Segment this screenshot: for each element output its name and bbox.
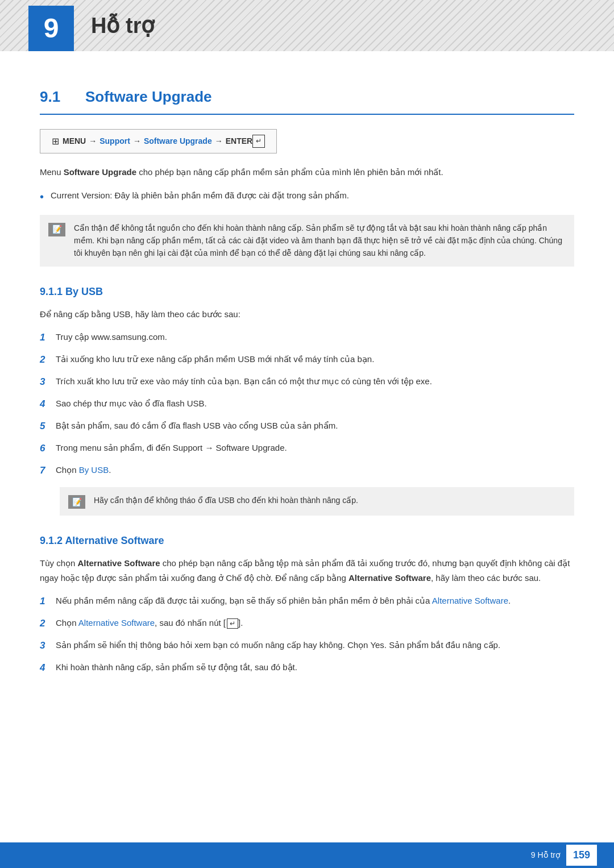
alt-step-3-text: Sản phẩm sẽ hiển thị thông báo hỏi xem b… [56,638,500,653]
arrow-1: → [89,135,97,147]
note-box-2-wrapper: Hãy cẩn thận để không tháo ổ đĩa USB cho… [60,487,574,516]
bullet-list: Current Version: Đây là phiên bản phần m… [40,188,574,206]
enter-label: ENTER [226,135,252,147]
alt-step-3: 3 Sản phẩm sẽ hiển thị thông báo hỏi xem… [40,638,574,654]
current-version-label: Current Version [51,188,110,203]
footer-page: 159 [566,845,597,866]
alt-step-4: 4 Khi hoàn thành nâng cấp, sản phẩm sẽ t… [40,660,574,676]
arrow-2: → [133,135,141,147]
usb-step-1-text: Truy cập www.samsung.com. [56,330,167,344]
intro-text: Menu Software Upgrade Menu Software Upgr… [40,165,574,180]
note-icon-1 [48,223,65,236]
menu-label: MENU [63,135,86,147]
menu-icon: ⊞ [52,134,59,149]
usb-step-2: 2 Tải xuống kho lưu trữ exe nâng cấp phầ… [40,352,574,368]
alt-step-2-text: Chọn Alternative Software, sau đó nhấn n… [56,616,243,630]
menu-path-box: ⊞ MENU → Support → Software Upgrade → EN… [40,129,277,154]
note-text-2: Hãy cẩn thận để không tháo ổ đĩa USB cho… [94,494,358,506]
chapter-number: 9 [44,7,59,51]
subsection-2-heading: 9.1.2 Alternative Software [40,533,574,549]
software-upgrade-bold: Software Upgrade [64,167,136,177]
section-title: Software Upgrade [85,85,212,109]
alt-steps-list: 1 Nếu phần mềm nâng cấp đã được tải xuốn… [40,593,574,676]
main-content: 9.1 Software Upgrade ⊞ MENU → Support → … [0,51,614,730]
usb-step-5: 5 Bật sản phẩm, sau đó cắm ổ đĩa flash U… [40,418,574,435]
usb-step-4: 4 Sao chép thư mục vào ổ đĩa flash USB. [40,396,574,413]
usb-steps-list: 1 Truy cập www.samsung.com. 2 Tải xuống … [40,330,574,479]
footer: 9 Hỗ trợ 159 [0,842,614,868]
chapter-title: Hỗ trợ [91,9,154,43]
usb-step-4-text: Sao chép thư mục vào ổ đĩa flash USB. [56,396,207,411]
bullet-item: Current Version: Đây là phiên bản phần m… [40,188,574,206]
usb-intro: Để nâng cấp bằng USB, hãy làm theo các b… [40,307,574,322]
chapter-badge: 9 [28,6,74,51]
software-upgrade-label: Software Upgrade [144,135,212,147]
usb-step-3: 3 Trích xuất kho lưu trữ exe vào máy tín… [40,374,574,391]
footer-label: 9 Hỗ trợ [531,849,561,861]
support-label: Support [99,135,130,147]
subsection-2-title: Alternative Software [65,535,164,546]
enter-icon: ↵ [252,135,265,148]
note-box-2: Hãy cẩn thận để không tháo ổ đĩa USB cho… [60,487,574,516]
subsection-1-title: By USB [65,286,103,297]
note-box-1: Cẩn thận để không tắt nguồn cho đến khi … [40,215,574,267]
usb-step-2-text: Tải xuống kho lưu trữ exe nâng cấp phần … [56,352,374,367]
alt-step-2: 2 Chọn Alternative Software, sau đó nhấn… [40,616,574,632]
usb-step-7: 7 Chọn By USB. [40,463,574,479]
usb-step-5-text: Bật sản phẩm, sau đó cắm ổ đĩa flash USB… [56,418,338,433]
alt-step-4-text: Khi hoàn thành nâng cấp, sản phẩm sẽ tự … [56,660,297,675]
note-icon-2 [68,495,85,509]
usb-step-3-text: Trích xuất kho lưu trữ exe vào máy tính … [56,374,432,389]
usb-step-6: 6 Trong menu sản phẩm, đi đến Support → … [40,441,574,457]
current-version-text: : Đây là phiên bản phần mềm đã được cài … [110,188,349,203]
alt-step-1-text: Nếu phần mềm nâng cấp đã được tải xuống,… [56,593,511,608]
enter-icon-inline: ↵ [227,618,238,629]
usb-step-7-text: Chọn By USB. [56,463,111,477]
note-text-1: Cẩn thận để không tắt nguồn cho đến khi … [74,222,566,260]
alt-software-bold-2: Alternative Software [349,573,431,583]
subsection-1-heading: 9.1.1 By USB [40,284,574,300]
alt-software-bold-1: Alternative Software [78,558,160,568]
arrow-3: → [215,135,223,147]
top-header: 9 Hỗ trợ [0,0,614,51]
alt-step-1: 1 Nếu phần mềm nâng cấp đã được tải xuốn… [40,593,574,610]
section-number: 9.1 [40,85,74,109]
section-heading: 9.1 Software Upgrade [40,85,574,115]
usb-step-1: 1 Truy cập www.samsung.com. [40,330,574,346]
alt-intro: Tùy chọn Alternative Software cho phép b… [40,556,574,585]
usb-step-6-text: Trong menu sản phẩm, đi đến Support → So… [56,441,287,455]
subsection-2-number: 9.1.2 [40,535,65,546]
subsection-1-number: 9.1.1 [40,286,65,297]
